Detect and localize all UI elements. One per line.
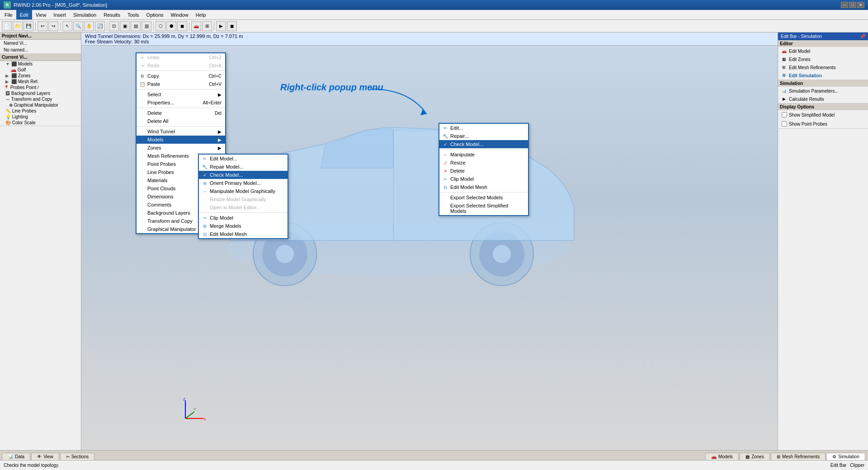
- rctx-check[interactable]: ✓ Check Model...: [439, 140, 528, 148]
- tb-wire[interactable]: ⬡: [156, 21, 165, 31]
- tab-mesh[interactable]: ⊞ Mesh Refinements: [771, 453, 826, 460]
- ctx-select[interactable]: Select ▶: [137, 90, 225, 99]
- tb-pan[interactable]: ✋: [84, 21, 94, 31]
- tb-open[interactable]: 📁: [13, 21, 23, 31]
- tab-sections[interactable]: ✂ Sections: [60, 453, 94, 460]
- edit-simulation-item[interactable]: ⚙ Edit Simulation: [778, 71, 868, 80]
- ctx-copy[interactable]: ⎘ Copy Ctrl+C: [137, 72, 225, 80]
- sim-params-item[interactable]: 📊 Simulation Parameters...: [778, 87, 868, 95]
- ctx-zones[interactable]: Zones ▶: [137, 144, 225, 152]
- editor-section: Editor 🚗 Edit Model ▦ Edit Zones ⊞ Edit …: [778, 40, 868, 80]
- menu-tools[interactable]: Tools: [124, 10, 143, 19]
- rctx-edit-mesh[interactable]: ⊟ Edit Model Mesh: [439, 183, 528, 191]
- ctx-delete[interactable]: Delete Del: [137, 109, 225, 117]
- repair-icon: 🔧: [202, 164, 208, 170]
- edit-zones-item[interactable]: ▦ Edit Zones: [778, 55, 868, 63]
- rctx-manipulate[interactable]: ↔ Manipulate: [439, 150, 528, 159]
- restore-btn[interactable]: □: [849, 2, 856, 8]
- tree-golf[interactable]: 🚗 Golf: [0, 67, 81, 73]
- tb-rotate[interactable]: 🔄: [95, 21, 105, 31]
- tree-transform[interactable]: ↔ Transform and Copy: [0, 96, 81, 102]
- show-point-probes-checkbox[interactable]: [782, 121, 787, 127]
- tb-front[interactable]: ▣: [120, 21, 130, 31]
- tree-color-scale[interactable]: 🎨 Color Scale: [0, 120, 81, 126]
- close-btn[interactable]: ✕: [857, 2, 864, 8]
- tb-shaded[interactable]: ◼: [177, 21, 187, 31]
- tab-data[interactable]: 📊 Data: [2, 453, 30, 460]
- tb-undo[interactable]: ↩: [38, 21, 47, 31]
- sub-orient-model[interactable]: ⊕ Orient Primary Model...: [199, 179, 288, 187]
- tab-zones[interactable]: ▦ Zones: [740, 453, 770, 460]
- ctx-models[interactable]: Models ▶: [137, 136, 225, 144]
- rctx-clip-model[interactable]: ✂ Clip Model: [439, 175, 528, 183]
- rctx-edit[interactable]: ✏ Edit...: [439, 124, 528, 132]
- tree-line-probes[interactable]: 📏 Line Probes: [0, 108, 81, 114]
- minimize-btn[interactable]: ─: [841, 2, 848, 8]
- menu-insert[interactable]: Insert: [50, 10, 70, 19]
- tab-models[interactable]: 🚗 Models: [705, 453, 739, 460]
- redo-icon: ↪: [139, 62, 146, 69]
- tree-lighting[interactable]: 💡 Lighting: [0, 114, 81, 120]
- sub-resize-graphically[interactable]: Resize Model Graphically: [199, 195, 288, 203]
- tree-gfx-manip[interactable]: ⊕ Graphical Manipulator: [0, 102, 81, 108]
- sub-repair-model[interactable]: 🔧 Repair Model...: [199, 163, 288, 171]
- viewport-bg[interactable]: Wind Tunnel Dimensions: Dx = 25.999 m, D…: [81, 33, 778, 450]
- ctx-undo[interactable]: ↩ Undo Ctrl+Z: [137, 53, 225, 61]
- ctx-wind-tunnel[interactable]: Wind Tunnel ▶: [137, 127, 225, 136]
- tab-simulation[interactable]: ⚙ Simulation: [826, 453, 865, 460]
- calc-results-item[interactable]: ▶ Calculate Results: [778, 95, 868, 103]
- show-simplified-checkbox[interactable]: [782, 112, 787, 118]
- tree-mesh[interactable]: ▶⬛ Mesh Ref.: [0, 79, 81, 85]
- sub-open-editor[interactable]: Open in Model Editor...: [199, 203, 288, 212]
- sub-edit-mesh[interactable]: ⊟ Edit Model Mesh: [199, 230, 288, 238]
- ctx-delete-all[interactable]: Delete All: [137, 117, 225, 125]
- tree-point-probes[interactable]: 📍 Probes Point /: [0, 85, 81, 90]
- rctx-delete[interactable]: ✕ Delete: [439, 167, 528, 175]
- no-named-item[interactable]: No named...: [0, 47, 81, 53]
- tb-select[interactable]: ↖: [62, 21, 72, 31]
- tb-side[interactable]: ▤: [131, 21, 141, 31]
- menu-help[interactable]: Help: [192, 10, 210, 19]
- ctx-paste[interactable]: 📋 Paste Ctrl+V: [137, 80, 225, 88]
- right-click-menu: ✏ Edit... 🔧 Repair... ✓ Check Model... ↔…: [439, 123, 529, 216]
- sub-check-model[interactable]: ✓ Check Model...: [199, 171, 288, 179]
- rctx-export-selected[interactable]: Export Selected Models: [439, 193, 528, 202]
- tb-save[interactable]: 💾: [24, 21, 33, 31]
- rctx-resize[interactable]: ⤢ Resize: [439, 159, 528, 167]
- named-view-item[interactable]: Named Vi...: [0, 40, 81, 47]
- title-text: RWIND 2.06 Pro - [M05_Golf*, Simulation]: [14, 2, 107, 8]
- tb-new[interactable]: 📄: [2, 21, 12, 31]
- tb-top[interactable]: ▥: [142, 21, 151, 31]
- rctx-export-simplified[interactable]: Export Selected Simplified Models: [439, 202, 528, 215]
- tb-redo[interactable]: ↪: [48, 21, 58, 31]
- edit-mesh-item[interactable]: ⊞ Edit Mesh Refinements: [778, 63, 868, 71]
- sub-manip-graphically[interactable]: ↔ Manipulate Model Graphically: [199, 187, 288, 195]
- tb-zoom[interactable]: 🔍: [73, 21, 83, 31]
- sub-merge-models[interactable]: ⊞ Merge Models: [199, 222, 288, 230]
- right-panel-pin[interactable]: 📌: [860, 34, 865, 39]
- tb-stop[interactable]: ◼: [227, 21, 237, 31]
- menu-edit[interactable]: Edit: [16, 10, 32, 19]
- menu-simulation[interactable]: Simulation: [70, 10, 100, 19]
- title-bar-controls[interactable]: ─ □ ✕: [841, 2, 864, 8]
- tb-mesh[interactable]: ⊞: [202, 21, 212, 31]
- tree-bg-layers[interactable]: 🖼 Background Layers: [0, 90, 81, 96]
- tb-model[interactable]: 🚗: [191, 21, 201, 31]
- tree-models[interactable]: ▼⬛ Models: [0, 61, 81, 67]
- ctx-redo[interactable]: ↪ Redo Ctrl+A: [137, 61, 225, 70]
- tree-zones[interactable]: ▶⬛ Zones: [0, 73, 81, 79]
- tb-fit[interactable]: ⊡: [109, 21, 119, 31]
- tab-view[interactable]: 👁 View: [31, 453, 59, 460]
- tb-run[interactable]: ▶: [216, 21, 226, 31]
- menu-window[interactable]: Window: [167, 10, 192, 19]
- edit-model-item[interactable]: 🚗 Edit Model: [778, 47, 868, 55]
- tb-solid[interactable]: ⬢: [166, 21, 176, 31]
- menu-results[interactable]: Results: [100, 10, 124, 19]
- ctx-properties[interactable]: Properties... Alt+Enter: [137, 99, 225, 107]
- menu-options[interactable]: Options: [143, 10, 167, 19]
- sub-edit-model[interactable]: ✏ Edit Model...: [199, 155, 288, 163]
- rctx-repair[interactable]: 🔧 Repair...: [439, 132, 528, 140]
- menu-file[interactable]: File: [1, 10, 16, 19]
- menu-view[interactable]: View: [32, 10, 50, 19]
- sub-clip-model[interactable]: ✂ Clip Model: [199, 214, 288, 222]
